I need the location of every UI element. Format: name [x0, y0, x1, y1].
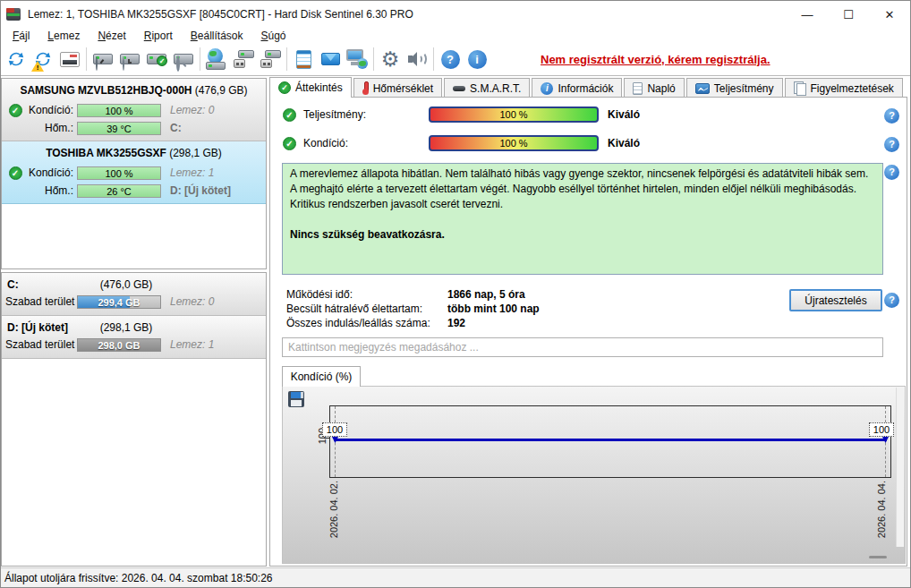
register-link[interactable]: Nem regisztrált verzió, kérem regisztrál… — [541, 53, 771, 66]
disk-disconnect-icon[interactable] — [257, 46, 284, 72]
temperature-label: Hőm.: — [25, 122, 77, 134]
performance-rating: Kiváló — [608, 108, 640, 121]
remaining-lifetime-value: több mint 100 nap — [447, 303, 540, 315]
comment-input[interactable] — [282, 337, 883, 357]
remaining-lifetime-label: Becsült hátralévő élettartam: — [286, 303, 447, 315]
condition-history-chart: 100 100 100 2026. 04. 02. 2026. 04. 04. — [282, 386, 906, 564]
free-space-bar: 299,4 GB — [77, 295, 161, 309]
power-on-time-label: Működési idő: — [286, 288, 447, 301]
help-icon[interactable]: ? — [884, 108, 899, 124]
temperature-bar: 39 °C — [77, 122, 161, 135]
partition-size: (476,0 GB) — [77, 278, 175, 291]
status-text: Állapot utoljára frissítve: 2026. 04. 04… — [4, 572, 273, 584]
toolbar-separator — [433, 47, 434, 71]
refresh-warning-icon[interactable]: ! — [30, 46, 56, 72]
partition-list-panel: C: (476,0 GB) Szabad terület 299,4 GB Le… — [1, 272, 267, 567]
window-title: Lemez: 1, TOSHIBA MK3255GSXF [8045C0CRT]… — [28, 8, 413, 21]
volume-label: D: [Új kötet] — [170, 184, 231, 197]
help-icon[interactable]: ? — [437, 46, 464, 72]
info-icon[interactable]: i — [464, 46, 490, 72]
disk-number-label: Lemez: 0 — [170, 295, 214, 308]
tab-log[interactable]: Napló — [624, 78, 684, 98]
report-icon[interactable] — [56, 46, 83, 72]
menu-help[interactable]: Súgó — [251, 30, 294, 42]
volume-label: C: — [170, 122, 182, 134]
point-label-right: 100 — [869, 422, 894, 437]
pages-icon — [794, 81, 806, 95]
page-icon — [633, 82, 643, 95]
disk-card-toshiba[interactable]: TOSHIBA MK3255GSXF (298,1 GB) ✓ Kondíció… — [2, 141, 266, 204]
free-space-label: Szabad terület — [5, 338, 77, 351]
minimize-button[interactable]: — — [787, 1, 828, 28]
disk-scheduler-icon[interactable] — [116, 46, 143, 72]
start-stop-count-value: 192 — [447, 317, 465, 329]
condition-label: Kondíció: — [25, 166, 77, 179]
x-axis-date-left: 2026. 04. 02. — [328, 481, 339, 538]
help-icon[interactable]: ? — [884, 137, 899, 152]
disk-number-label: Lemez: 1 — [170, 338, 214, 351]
condition-line — [334, 439, 887, 441]
free-space-bar: 298,0 GB — [77, 338, 161, 352]
menu-disk[interactable]: Lemez — [38, 30, 89, 42]
condition-row: ✓ Kondíció: 100 % Kiváló — [283, 135, 640, 151]
disk-connect-icon[interactable] — [230, 46, 257, 72]
partition-size: (298,1 GB) — [77, 321, 175, 334]
disk-health-icon[interactable]: ✓ — [143, 46, 170, 72]
disk-surface-test-icon[interactable] — [89, 46, 116, 72]
condition-label: Kondíció: — [303, 137, 393, 149]
performance-row: ✓ Teljesítmény: 100 % Kiváló — [283, 107, 640, 123]
remote-computer-icon[interactable] — [344, 46, 370, 72]
tab-temperature[interactable]: Hőmérséklet — [353, 78, 442, 98]
network-disk-icon[interactable] — [203, 46, 230, 72]
refresh-icon[interactable] — [3, 46, 30, 72]
chart-icon — [695, 83, 710, 94]
performance-bar: 100 % — [429, 107, 599, 123]
start-stop-count-label: Összes indulás/leállás száma: — [286, 317, 447, 329]
chart-tab-condition[interactable]: Kondíció (%) — [282, 366, 361, 387]
sound-icon[interactable] — [404, 46, 430, 72]
x-axis-date-right: 2026. 04. 04. — [876, 481, 887, 538]
toolbar-separator — [373, 47, 374, 71]
ok-icon: ✓ — [283, 108, 296, 122]
maximize-button[interactable]: ☐ — [828, 1, 869, 28]
tab-information[interactable]: iInformációk — [532, 78, 622, 98]
save-chart-icon[interactable] — [288, 391, 304, 407]
point-label-left: 100 — [322, 422, 347, 437]
help-icon[interactable]: ? — [884, 293, 899, 308]
tab-smart[interactable]: S.M.A.R.T. — [444, 78, 530, 98]
status-action: Nincs szükség beavatkozásra. — [290, 227, 875, 243]
toolbar-separator — [86, 47, 87, 71]
retest-button[interactable]: Újratesztelés — [789, 289, 882, 311]
thermometer-icon — [362, 81, 369, 95]
toolbar-separator — [200, 47, 200, 71]
toolbar-separator — [286, 47, 287, 71]
menu-report[interactable]: Riport — [135, 30, 182, 42]
chart-scrollbar[interactable] — [896, 388, 904, 547]
health-ok-icon: ✓ — [9, 104, 22, 117]
disk-analyze-icon[interactable] — [170, 46, 197, 72]
toolbar: ! ✓ ⚙ ? i Nem regisztrált verzió, kérem … — [1, 43, 910, 76]
tab-performance[interactable]: Teljesítmény — [686, 78, 783, 98]
log-notepad-icon[interactable] — [290, 46, 317, 72]
condition-label: Kondíció: — [25, 104, 77, 116]
disk-card-samsung[interactable]: SAMSUNG MZVLB512HBJQ-000H (476,9 GB) ✓ K… — [2, 79, 266, 141]
menu-view[interactable]: Nézet — [89, 30, 134, 42]
close-button[interactable]: ✕ — [869, 1, 910, 28]
ok-icon: ✓ — [283, 137, 296, 150]
health-ok-icon: ✓ — [9, 166, 22, 180]
partition-card-d[interactable]: D: [Új kötet] (298,1 GB) Szabad terület … — [2, 316, 266, 359]
menu-file[interactable]: Fájl — [4, 30, 38, 42]
email-icon[interactable] — [317, 46, 344, 72]
help-icon[interactable]: ? — [884, 165, 899, 180]
partition-name: C: — [5, 278, 19, 291]
horizontal-scroll-thumb[interactable] — [869, 556, 887, 558]
tab-alerts[interactable]: Figyelmeztetések — [785, 78, 903, 98]
tab-overview[interactable]: ✓Áttekintés — [269, 77, 352, 98]
disk-number-label: Lemez: 0 — [170, 104, 214, 116]
condition-bar: 100 % — [77, 104, 161, 117]
settings-gear-icon[interactable]: ⚙ — [377, 46, 404, 72]
check-icon: ✓ — [278, 81, 291, 94]
partition-card-c[interactable]: C: (476,0 GB) Szabad terület 299,4 GB Le… — [2, 273, 266, 316]
menu-settings[interactable]: Beállítások — [182, 30, 252, 42]
disk-number-label: Lemez: 1 — [170, 166, 214, 179]
